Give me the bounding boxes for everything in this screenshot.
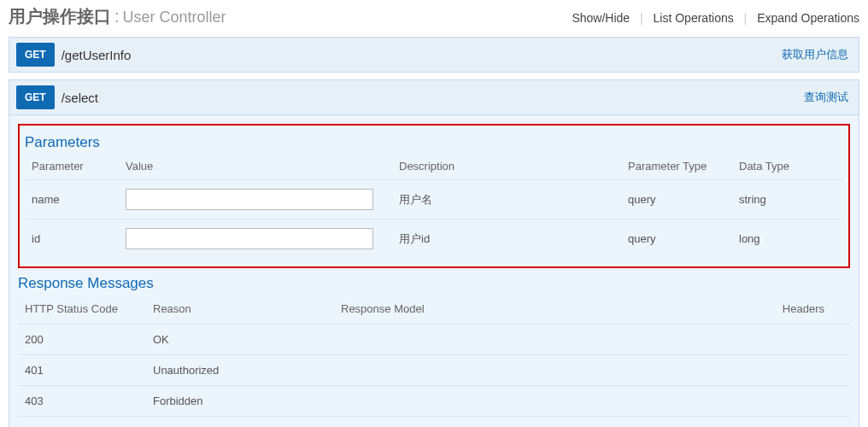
table-row: 401 Unauthorized (18, 355, 850, 386)
th-datatype: Data Type (732, 156, 843, 180)
resp-reason: Forbidden (146, 386, 334, 417)
list-operations-link[interactable]: List Operations (654, 11, 734, 25)
showhide-link[interactable]: Show/Hide (572, 11, 630, 25)
table-row: 200 OK (18, 325, 850, 355)
controller-desc: User Controller (123, 9, 226, 26)
table-row: 403 Forbidden (18, 386, 850, 417)
param-input-id[interactable] (126, 228, 373, 249)
resp-headers (713, 355, 850, 386)
th-value: Value (119, 156, 392, 180)
response-title: Response Messages (18, 272, 850, 297)
parameters-table: Parameter Value Description Parameter Ty… (25, 156, 843, 258)
operation-select: GET /select 查询测试 Parameters Parameter Va… (9, 79, 859, 427)
th-reason: Reason (146, 297, 334, 325)
resp-reason: Unauthorized (146, 355, 334, 386)
expand-operations-link[interactable]: Expand Operations (757, 11, 859, 25)
response-section: Response Messages HTTP Status Code Reaso… (18, 268, 850, 427)
method-badge-get: GET (16, 43, 55, 67)
pipe-icon: | (640, 11, 643, 25)
operation-path[interactable]: /select (62, 91, 804, 105)
param-name: name (25, 180, 119, 219)
operation-getuserinfo: GET /getUserInfo 获取用户信息 (9, 37, 859, 73)
controller-sep: : (114, 7, 120, 26)
pipe-icon: | (744, 11, 748, 25)
operation-summary[interactable]: 查询测试 (804, 90, 848, 105)
param-input-name[interactable] (126, 189, 373, 210)
controller-actions: Show/Hide | List Operations | Expand Ope… (572, 11, 859, 25)
table-row: name 用户名 query string (25, 180, 843, 219)
resp-reason: Not Found (146, 417, 334, 428)
th-model: Response Model (334, 297, 713, 325)
resp-model (334, 325, 713, 355)
param-value-cell (119, 180, 392, 219)
parameters-section: Parameters Parameter Value Description P… (18, 124, 850, 268)
resp-model (334, 386, 713, 417)
resp-headers (713, 417, 850, 428)
th-paramtype: Parameter Type (621, 156, 732, 180)
param-value-cell (119, 219, 392, 259)
parameters-title: Parameters (25, 131, 843, 156)
operation-body: Parameters Parameter Value Description P… (9, 115, 859, 427)
th-description: Description (392, 156, 621, 180)
resp-reason: OK (146, 325, 334, 355)
operation-path[interactable]: /getUserInfo (62, 48, 782, 62)
resp-code: 404 (18, 417, 146, 428)
th-parameter: Parameter (25, 156, 119, 180)
param-datatype: string (732, 180, 843, 219)
resp-code: 403 (18, 386, 146, 417)
response-table: HTTP Status Code Reason Response Model H… (18, 297, 850, 427)
resp-headers (713, 325, 850, 355)
operation-row[interactable]: GET /select 查询测试 (9, 79, 859, 115)
resp-model (334, 417, 713, 428)
resp-headers (713, 386, 850, 417)
swagger-page: 用户操作接口 : User Controller Show/Hide | Lis… (0, 0, 868, 427)
table-row: 404 Not Found (18, 417, 850, 428)
resp-code: 401 (18, 355, 146, 386)
controller-header: 用户操作接口 : User Controller Show/Hide | Lis… (9, 0, 859, 37)
resp-code: 200 (18, 325, 146, 355)
param-type: query (621, 180, 732, 219)
param-desc: 用户名 (392, 180, 621, 219)
operation-row[interactable]: GET /getUserInfo 获取用户信息 (9, 37, 859, 73)
controller-name[interactable]: 用户操作接口 (9, 5, 111, 28)
param-datatype: long (732, 219, 843, 259)
table-row: id 用户id query long (25, 219, 843, 259)
param-type: query (621, 219, 732, 259)
th-statuscode: HTTP Status Code (18, 297, 146, 325)
param-name: id (25, 219, 119, 259)
method-badge-get: GET (16, 85, 55, 109)
operation-summary[interactable]: 获取用户信息 (782, 47, 848, 62)
param-desc: 用户id (392, 219, 621, 259)
resp-model (334, 355, 713, 386)
th-headers: Headers (713, 297, 850, 325)
